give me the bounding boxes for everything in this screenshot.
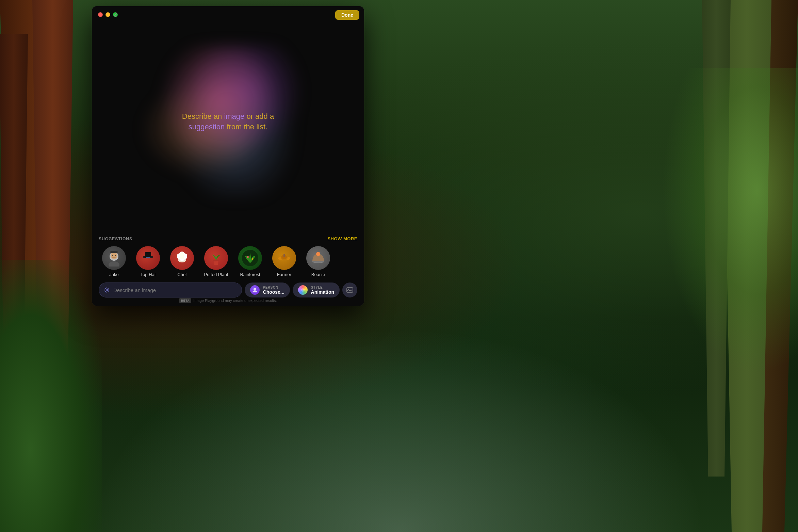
- style-icon: [298, 285, 308, 295]
- suggestion-chef-icon: [170, 246, 194, 270]
- suggestion-top-hat[interactable]: Top Hat: [133, 246, 163, 277]
- suggestion-rainforest-icon: [238, 246, 262, 270]
- show-more-button[interactable]: SHOW MORE: [327, 236, 357, 241]
- svg-point-24: [106, 289, 108, 291]
- svg-point-5: [109, 261, 119, 267]
- image-picker-button[interactable]: [342, 283, 357, 297]
- svg-rect-7: [145, 252, 151, 258]
- prompt-text: Describe an image or add a suggestion fr…: [182, 111, 274, 132]
- style-value: Animation: [311, 289, 334, 295]
- suggestion-chef-label: Chef: [177, 272, 186, 277]
- app-window: Done Describe an image or add a suggesti…: [92, 6, 364, 306]
- describe-image-input[interactable]: [113, 287, 237, 293]
- suggestion-potted-plant[interactable]: Potted Plant: [201, 246, 231, 277]
- prompt-suggestion-word: suggestion: [189, 123, 225, 131]
- person-icon: [250, 285, 260, 295]
- svg-point-23: [105, 288, 109, 292]
- suggestions-row: Jake Top Hat: [99, 246, 357, 277]
- foliage-left: [0, 260, 102, 532]
- suggestion-jake-label: Jake: [109, 272, 118, 277]
- person-value: Choose...: [263, 289, 284, 295]
- beta-notice: BETA Image Playground may create unexpec…: [92, 298, 364, 303]
- svg-point-29: [254, 288, 256, 291]
- suggestion-chef[interactable]: Chef: [167, 246, 197, 277]
- style-label: STYLE: [311, 286, 334, 289]
- beta-notice-text: Image Playground may create unexpected r…: [193, 299, 277, 303]
- bottom-panel: SUGGESTIONS SHOW MORE: [92, 231, 364, 306]
- svg-point-22: [316, 252, 320, 256]
- svg-point-30: [301, 288, 305, 292]
- svg-point-16: [252, 258, 254, 260]
- bottom-toolbar: PERSON Choose... STYLE Animation: [99, 283, 357, 297]
- suggestion-jake-icon: [102, 246, 126, 270]
- mist-center: [92, 328, 706, 532]
- beta-badge: BETA: [179, 298, 191, 303]
- svg-point-2: [112, 255, 113, 256]
- prompt-line2: suggestion from the list.: [189, 123, 267, 131]
- suggestions-header: SUGGESTIONS SHOW MORE: [99, 236, 357, 241]
- person-text: PERSON Choose...: [263, 286, 284, 295]
- suggestion-farmer-label: Farmer: [277, 272, 291, 277]
- svg-point-13: [184, 254, 187, 259]
- minimize-button[interactable]: [105, 12, 110, 17]
- svg-point-15: [247, 256, 249, 258]
- suggestion-beanie-label: Beanie: [311, 272, 325, 277]
- suggestion-top-hat-icon: [136, 246, 160, 270]
- suggestion-beanie[interactable]: Beanie: [303, 246, 333, 277]
- suggestion-rainforest[interactable]: Rainforest: [235, 246, 265, 277]
- person-button[interactable]: PERSON Choose...: [245, 283, 290, 297]
- person-label: PERSON: [263, 286, 284, 289]
- prompt-line1: Describe an image or add a: [182, 112, 274, 120]
- svg-rect-8: [146, 257, 150, 258]
- svg-point-12: [177, 254, 180, 259]
- suggestion-potted-plant-label: Potted Plant: [204, 272, 228, 277]
- close-button[interactable]: [98, 12, 103, 17]
- style-button[interactable]: STYLE Animation: [293, 283, 340, 297]
- suggestion-jake[interactable]: Jake: [99, 246, 129, 277]
- suggestion-beanie-icon: [306, 246, 330, 270]
- suggestion-potted-plant-icon: [204, 246, 228, 270]
- suggestion-farmer-icon: [272, 246, 296, 270]
- svg-point-3: [115, 255, 116, 256]
- suggestion-top-hat-label: Top Hat: [141, 272, 156, 277]
- prompt-from-list: from the list.: [227, 123, 267, 131]
- canvas-area: Describe an image or add a suggestion fr…: [92, 6, 364, 238]
- style-text: STYLE Animation: [311, 286, 334, 295]
- svg-rect-20: [283, 254, 285, 257]
- svg-rect-4: [110, 251, 118, 253]
- search-gear-icon: [104, 287, 110, 293]
- back-button[interactable]: [111, 10, 121, 20]
- suggestion-farmer[interactable]: Farmer: [269, 246, 299, 277]
- svg-rect-31: [347, 288, 353, 292]
- prompt-image-word: image: [224, 112, 244, 120]
- search-input-wrapper: [99, 283, 242, 297]
- suggestions-label: SUGGESTIONS: [99, 237, 132, 241]
- suggestion-rainforest-label: Rainforest: [240, 272, 260, 277]
- done-button[interactable]: Done: [335, 10, 359, 20]
